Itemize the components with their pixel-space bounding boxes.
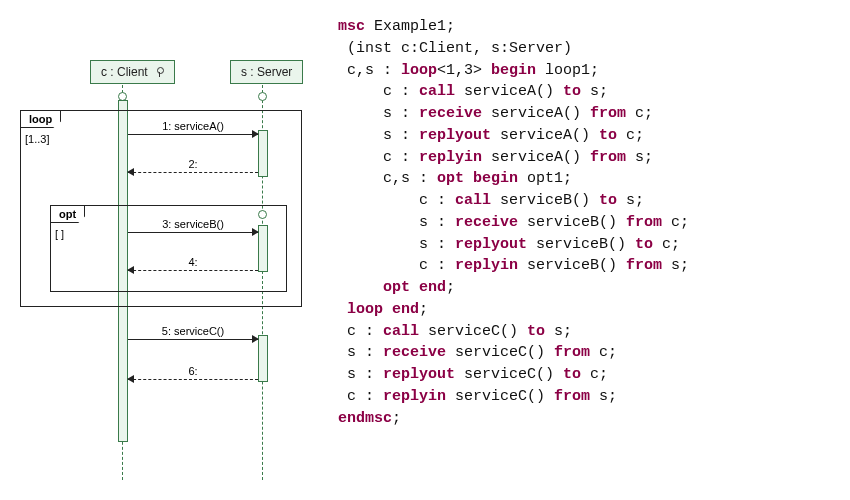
message-reply: 2:: [128, 158, 258, 173]
code-text: serviceB(): [491, 192, 599, 209]
message-label: 3: serviceB(): [128, 218, 258, 230]
actor-icon: [154, 67, 164, 79]
code-text: c :: [338, 388, 383, 405]
arrow-icon: [128, 270, 258, 271]
keyword: receive: [383, 344, 446, 361]
keyword: call: [383, 323, 419, 340]
msc-code: msc Example1; (inst c:Client, s:Server) …: [320, 0, 699, 500]
code-text: loop1;: [536, 62, 599, 79]
keyword: from: [554, 344, 590, 361]
activation-server: [258, 335, 268, 382]
code-text: ;: [392, 410, 401, 427]
keyword: msc: [338, 18, 365, 35]
keyword: receive: [455, 214, 518, 231]
code-text: s :: [338, 236, 455, 253]
code-text: c,s :: [338, 62, 401, 79]
keyword: to: [599, 192, 617, 209]
message-label: 6:: [128, 365, 258, 377]
code-text: c :: [338, 257, 455, 274]
code-text: s;: [617, 192, 644, 209]
code-text: s :: [338, 214, 455, 231]
message-call: 5: serviceC(): [128, 325, 258, 340]
lifeline-head-client: c : Client: [90, 60, 175, 84]
keyword: to: [635, 236, 653, 253]
fragment-label: loop: [21, 111, 61, 128]
code-text: c;: [653, 236, 680, 253]
keyword: endmsc: [338, 410, 392, 427]
code-text: c :: [338, 192, 455, 209]
code-text: s :: [338, 127, 419, 144]
message-label: 1: serviceA(): [128, 120, 258, 132]
code-text: Example1;: [365, 18, 455, 35]
code-text: ;: [419, 301, 428, 318]
code-text: opt1;: [518, 170, 572, 187]
code-text: c :: [338, 323, 383, 340]
code-text: c,s :: [338, 170, 437, 187]
message-label: 2:: [128, 158, 258, 170]
code-text: c :: [338, 83, 419, 100]
code-text: c;: [626, 105, 653, 122]
code-text: c :: [338, 149, 419, 166]
keyword: opt begin: [437, 170, 518, 187]
arrow-icon: [128, 339, 258, 340]
keyword: replyin: [419, 149, 482, 166]
keyword: to: [527, 323, 545, 340]
keyword: replyin: [455, 257, 518, 274]
code-text: serviceB(): [518, 214, 626, 231]
code-text: ;: [446, 279, 455, 296]
code-text: s;: [626, 149, 653, 166]
arrow-icon: [128, 379, 258, 380]
keyword: receive: [419, 105, 482, 122]
code-text: [338, 279, 383, 296]
code-text: s;: [581, 83, 608, 100]
sequence-diagram: c : Client s : Server loop [1..3] opt [ …: [0, 0, 320, 500]
fragment-label: opt: [51, 206, 85, 223]
lifeline-label: c : Client: [101, 65, 148, 79]
keyword: replyout: [455, 236, 527, 253]
keyword: to: [563, 83, 581, 100]
keyword: replyin: [383, 388, 446, 405]
code-text: s;: [590, 388, 617, 405]
code-text: c;: [617, 127, 644, 144]
keyword: from: [626, 214, 662, 231]
message-label: 4:: [128, 256, 258, 268]
code-text: s :: [338, 105, 419, 122]
keyword: replyout: [419, 127, 491, 144]
code-text: serviceB(): [527, 236, 635, 253]
arrow-icon: [128, 172, 258, 173]
code-text: <1,3>: [437, 62, 491, 79]
keyword: from: [590, 105, 626, 122]
fragment-guard: [ ]: [55, 228, 64, 240]
code-text: serviceC(): [455, 366, 563, 383]
keyword: begin: [491, 62, 536, 79]
code-text: serviceA(): [482, 149, 590, 166]
lifeline-label: s : Server: [241, 65, 292, 79]
keyword: from: [554, 388, 590, 405]
keyword: from: [626, 257, 662, 274]
keyword: loop end: [347, 301, 419, 318]
code-text: c;: [581, 366, 608, 383]
code-text: c;: [590, 344, 617, 361]
keyword: call: [455, 192, 491, 209]
keyword: call: [419, 83, 455, 100]
code-text: s :: [338, 344, 383, 361]
keyword: to: [599, 127, 617, 144]
code-text: serviceB(): [518, 257, 626, 274]
code-text: serviceA(): [491, 127, 599, 144]
keyword: loop: [401, 62, 437, 79]
keyword: to: [563, 366, 581, 383]
arrow-icon: [128, 134, 258, 135]
code-text: serviceC(): [419, 323, 527, 340]
code-text: serviceA(): [455, 83, 563, 100]
message-reply: 4:: [128, 256, 258, 271]
message-call: 3: serviceB(): [128, 218, 258, 233]
fragment-guard: [1..3]: [25, 133, 49, 145]
code-text: [338, 301, 347, 318]
code-text: c;: [662, 214, 689, 231]
code-text: s;: [662, 257, 689, 274]
lifeline-head-server: s : Server: [230, 60, 303, 84]
keyword: replyout: [383, 366, 455, 383]
code-text: serviceC(): [446, 344, 554, 361]
code-text: serviceA(): [482, 105, 590, 122]
code-text: (inst c:Client, s:Server): [338, 40, 572, 57]
